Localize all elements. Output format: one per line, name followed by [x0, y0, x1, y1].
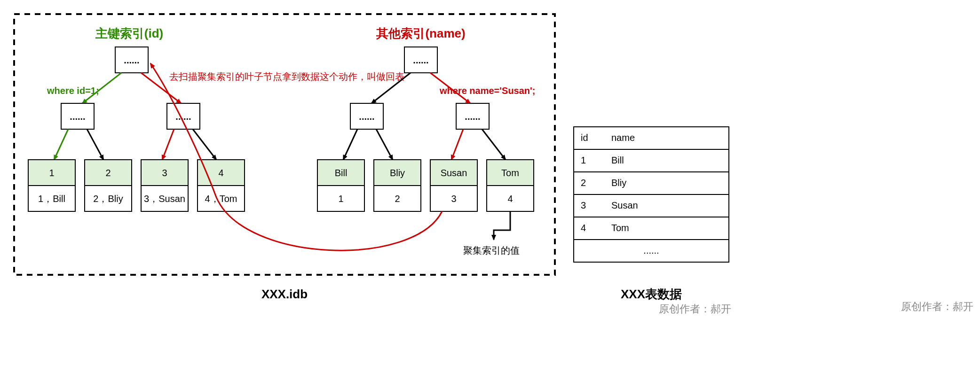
right-leaf-1-val: 1 — [338, 194, 343, 204]
left-leaf-1-val: 1，Bill — [38, 194, 65, 204]
left-leaf-4-key: 4 — [218, 168, 223, 178]
left-leaf-3: 3 3，Susan — [141, 160, 188, 211]
tbl-r0c1: Bill — [611, 155, 624, 165]
right-leaf-4-key: Tom — [501, 168, 519, 178]
svg-rect-19 — [574, 194, 729, 217]
tbl-r1c0: 2 — [581, 178, 586, 188]
credit-line: 原创作者：郝开 — [659, 303, 731, 315]
right-leaf-3-key: Susan — [441, 168, 467, 178]
right-leaf-4-val: 4 — [507, 194, 513, 204]
left-mid-l-label: ...... — [70, 111, 85, 122]
left-mid-r-label: ...... — [175, 111, 191, 122]
left-index-title: 主键索引(id) — [95, 26, 163, 40]
arrow-l-mr-3 — [162, 129, 174, 160]
pointer-to-pk-label — [494, 211, 510, 240]
arrow-l-ml-1 — [54, 129, 68, 160]
left-leaf-3-val: 3，Susan — [144, 194, 185, 204]
arrow-r-mr-3 — [451, 129, 463, 160]
right-leaf-2-key: Bliy — [390, 168, 405, 178]
arrow-r-ml-2 — [376, 129, 393, 160]
tbl-r1c1: Bliy — [611, 178, 626, 188]
svg-rect-16 — [574, 127, 729, 149]
left-leaf-3-key: 3 — [162, 168, 167, 178]
tbl-r3c1: Tom — [611, 223, 629, 233]
svg-rect-18 — [574, 172, 729, 194]
tbl-h0: id — [581, 132, 588, 143]
right-mid-l-label: ...... — [359, 111, 374, 122]
idb-caption: XXX.idb — [261, 287, 308, 301]
right-leaf-3-val: 3 — [451, 194, 456, 204]
data-table: id name 1 Bill 2 Bliy 3 Susan 4 Tom ....… — [574, 127, 729, 262]
arrow-r-mr-4 — [482, 129, 506, 160]
right-leaf-2: Bliy 2 — [374, 160, 421, 211]
arrow-l-mr-4 — [193, 129, 216, 160]
left-root-label: ...... — [124, 55, 139, 65]
table-caption: XXX表数据 — [621, 287, 682, 301]
credit-line-2: 原创作者：郝开 — [901, 301, 973, 312]
left-where: where id=1; — [47, 85, 99, 96]
svg-rect-17 — [574, 149, 729, 172]
svg-rect-20 — [574, 217, 729, 240]
right-leaf-1: Bill 1 — [317, 160, 364, 211]
callback-note: 去扫描聚集索引的叶子节点拿到数据这个动作，叫做回表 — [169, 71, 404, 82]
tbl-more: ...... — [643, 245, 659, 256]
right-leaf-3: Susan 3 — [430, 160, 477, 211]
tbl-h1: name — [611, 132, 635, 143]
right-mid-r-label: ...... — [465, 111, 480, 122]
lookup-back-arrow — [150, 63, 442, 250]
tbl-r2c1: Susan — [611, 200, 638, 210]
tbl-r2c0: 3 — [581, 200, 586, 210]
right-root-label: ...... — [413, 55, 428, 65]
left-leaf-2-key: 2 — [105, 168, 111, 178]
tbl-r3c0: 4 — [581, 223, 586, 233]
left-leaf-1: 1 1，Bill — [28, 160, 75, 211]
left-leaf-4-val: 4，Tom — [205, 194, 237, 204]
arrow-r-ml-1 — [343, 129, 357, 160]
right-leaf-4: Tom 4 — [487, 160, 534, 211]
tbl-r0c0: 1 — [581, 155, 586, 165]
right-leaf-2-val: 2 — [395, 194, 400, 204]
left-leaf-1-key: 1 — [49, 168, 54, 178]
left-leaf-2-val: 2，Bliy — [93, 194, 123, 204]
arrow-l-ml-2 — [87, 129, 103, 160]
diagram-root: XXX.idb 主键索引(id) ...... where id=1; ....… — [0, 0, 980, 388]
right-index-title: 其他索引(name) — [376, 26, 465, 40]
pk-value-label: 聚集索引的值 — [463, 245, 520, 256]
right-leaf-1-key: Bill — [335, 168, 348, 178]
left-leaf-2: 2 2，Bliy — [85, 160, 132, 211]
